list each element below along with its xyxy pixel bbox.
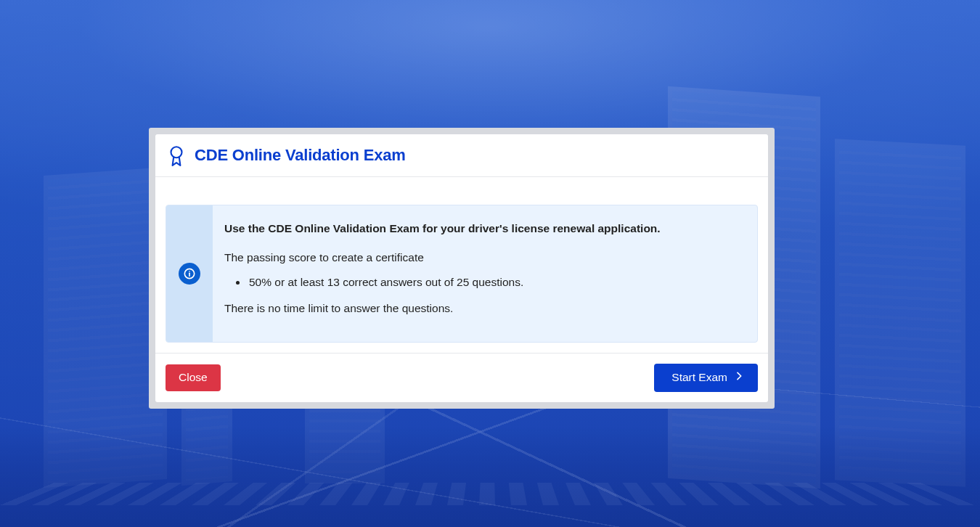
- info-time-limit: There is no time limit to answer the que…: [224, 300, 661, 317]
- modal-title: CDE Online Validation Exam: [195, 146, 406, 165]
- info-box: Use the CDE Online Validation Exam for y…: [166, 205, 758, 343]
- info-box-stripe: [166, 205, 213, 342]
- background-ground: [0, 425, 980, 527]
- close-button-label: Close: [179, 371, 208, 385]
- start-exam-button-label: Start Exam: [671, 371, 727, 385]
- chevron-right-icon: [732, 370, 745, 385]
- info-passing-rule: 50% or at least 13 correct answers out o…: [248, 274, 661, 291]
- modal-footer: Close Start Exam: [155, 353, 768, 402]
- exam-modal: CDE Online Validation Exam Use the CDE O…: [155, 134, 768, 402]
- modal-header: CDE Online Validation Exam: [155, 134, 768, 177]
- info-box-content: Use the CDE Online Validation Exam for y…: [213, 205, 674, 342]
- info-lead-text: Use the CDE Online Validation Exam for y…: [224, 220, 661, 237]
- modal-body: Use the CDE Online Validation Exam for y…: [155, 177, 768, 353]
- award-ribbon-icon: [167, 144, 186, 166]
- modal-backdrop-frame: CDE Online Validation Exam Use the CDE O…: [149, 128, 775, 409]
- svg-point-3: [189, 271, 190, 272]
- background-crosswalk: [0, 483, 980, 505]
- info-passing-intro: The passing score to create a certificat…: [224, 249, 661, 266]
- close-button[interactable]: Close: [166, 364, 221, 391]
- start-exam-button[interactable]: Start Exam: [654, 364, 758, 392]
- info-passing-list: 50% or at least 13 correct answers out o…: [248, 274, 661, 291]
- svg-point-0: [171, 147, 182, 158]
- info-icon: [179, 263, 200, 285]
